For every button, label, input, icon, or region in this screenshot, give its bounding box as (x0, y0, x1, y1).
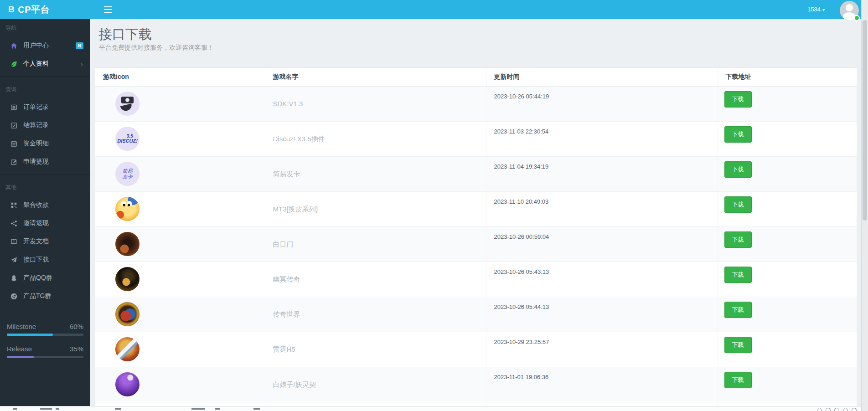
leaf-icon (10, 60, 17, 67)
balance-dropdown[interactable]: 1584▾ (807, 6, 825, 13)
download-button[interactable]: 下载 (724, 91, 752, 108)
sidebar-section: 导航 用户中心 N 个人资料 › (0, 19, 90, 77)
toolbar-icon[interactable] (826, 408, 831, 411)
qrcode-icon (10, 201, 17, 209)
sidebar-toggle-icon[interactable] (104, 6, 112, 13)
telegram-icon (10, 293, 17, 300)
text-sliver (253, 408, 260, 410)
toolbar-icon[interactable] (852, 408, 857, 411)
game-name: Discuz! X3.5插件 (273, 135, 325, 143)
sidebar-section: 查询 订单记录 结算记录 资金明细 申请提现 (0, 77, 90, 175)
download-button[interactable]: 下载 (724, 126, 752, 143)
text-sliver (40, 408, 52, 410)
download-button[interactable]: 下载 (724, 267, 752, 283)
game-artwork (115, 302, 140, 326)
sidebar-item-label: 申请提现 (23, 158, 49, 166)
scrollbar-track[interactable] (861, 0, 868, 411)
game-name: 简易发卡 (273, 170, 300, 178)
sidebar-section-label: 导航 (0, 24, 90, 32)
sidebar-item[interactable]: 产品TG群 (0, 287, 90, 305)
progress-value: 35% (70, 345, 83, 353)
game-artwork (115, 232, 140, 256)
download-table-card: 游戏icon 游戏名字 更新时间 下载地址 SDK:V1.3 2023-10-2… (95, 67, 856, 411)
game-name: 雷霆H5 (273, 345, 295, 353)
download-button[interactable]: 下载 (724, 231, 752, 248)
column-header-game-name: 游戏名字 (265, 68, 486, 87)
balance-value: 1584 (807, 6, 821, 13)
sidebar-item[interactable]: 用户中心 N (0, 36, 90, 55)
table-row: 简易发卡 简易发卡 2023-11-04 19:34:19 下载 (95, 157, 857, 192)
download-button[interactable]: 下载 (724, 161, 752, 178)
game-name: 幽冥传奇 (273, 275, 300, 283)
download-button[interactable]: 下载 (724, 337, 752, 353)
game-name: 白娘子/妖灵契 (273, 380, 316, 388)
text-sliver (56, 408, 59, 410)
cash-in-hand-icon (115, 92, 140, 116)
page-subtitle: 平台免费提供对接服务，欢迎咨询客服！ (99, 44, 856, 52)
sidebar: 导航 用户中心 N 个人资料 › 查询 订单记录 结算记录 资金明细 申请提现 … (0, 19, 90, 406)
download-button[interactable]: 下载 (724, 302, 752, 318)
progress-label: Release (7, 345, 32, 353)
scrollbar-thumb[interactable] (863, 20, 867, 221)
sidebar-item-label: 邀请返现 (23, 219, 49, 227)
download-button[interactable]: 下载 (724, 196, 752, 213)
table-header-row: 游戏icon 游戏名字 更新时间 下载地址 (95, 68, 857, 87)
text-sliver (215, 408, 220, 410)
calendar-icon (10, 140, 17, 147)
sidebar-item[interactable]: 聚合收款 (0, 196, 90, 214)
sidebar-item[interactable]: 接口下载 (0, 251, 90, 269)
table-row: 幽冥传奇 2023-10-26 05:43:13 下载 (95, 262, 857, 297)
toolbar-icon[interactable] (817, 408, 822, 411)
discuz-logo: 3.5DISCUZ! (115, 127, 140, 151)
updated-time: 2023-11-10 20:49:03 (494, 198, 549, 205)
sidebar-item-label: 用户中心 (23, 41, 49, 50)
sidebar-item[interactable]: 申请提现 (0, 153, 90, 171)
sidebar-section: 其他 聚合收款 邀请返现 开发文档 接口下载 产品QQ群 产品TG群 (0, 175, 90, 308)
check-square-icon (10, 122, 17, 129)
progress-bar (7, 356, 83, 358)
sidebar-item-label: 聚合收款 (23, 201, 49, 209)
game-artwork (115, 197, 140, 221)
chevron-down-icon: ▾ (822, 7, 825, 12)
updated-time: 2023-11-04 19:34:19 (494, 163, 549, 170)
text-sliver (13, 408, 17, 410)
sidebar-item[interactable]: 产品QQ群 (0, 269, 90, 287)
sidebar-item[interactable]: 个人资料 › (0, 55, 90, 73)
sidebar-section-label: 查询 (0, 85, 90, 93)
game-artwork (115, 267, 140, 291)
bottom-edge-strip (0, 406, 861, 411)
app-logo[interactable]: B CP平台 (0, 0, 90, 19)
text-sliver (191, 408, 205, 410)
sidebar-item[interactable]: 邀请返现 (0, 214, 90, 232)
main-content: 接口下载 平台免费提供对接服务，欢迎咨询客服！ 游戏icon 游戏名字 更新时间… (90, 19, 861, 411)
edit-square-icon (10, 158, 17, 165)
updated-time: 2023-11-03 22:30:54 (494, 128, 549, 135)
sidebar-item-label: 产品TG群 (23, 292, 51, 300)
sidebar-item-label: 产品QQ群 (23, 274, 52, 282)
book-icon (10, 238, 17, 245)
table-row: MT3[换皮系列] 2023-11-10 20:49:03 下载 (95, 192, 857, 227)
progress-value: 60% (70, 323, 83, 330)
table-row: 3.5DISCUZ! Discuz! X3.5插件 2023-11-03 22:… (95, 122, 857, 157)
updated-time: 2023-10-26 05:44:13 (494, 303, 549, 310)
text-sliver (115, 408, 121, 410)
page-title: 接口下载 (99, 26, 856, 42)
updated-time: 2023-10-26 05:44:19 (494, 93, 549, 100)
toolbar-icon[interactable] (843, 408, 848, 411)
table-row: 雷霆H5 2023-10-29 23:25:57 下载 (95, 332, 857, 367)
game-name: MT3[换皮系列] (273, 205, 318, 213)
home-icon (10, 42, 17, 49)
sidebar-item[interactable]: 开发文档 (0, 232, 90, 251)
game-name: SDK:V1.3 (273, 100, 303, 108)
sidebar-item[interactable]: 结算记录 (0, 116, 90, 134)
new-badge: N (76, 42, 83, 49)
sidebar-item[interactable]: 资金明细 (0, 134, 90, 153)
sidebar-item[interactable]: 订单记录 (0, 98, 90, 116)
toolbar-icon[interactable] (834, 408, 839, 411)
sidebar-item-label: 接口下载 (23, 256, 49, 264)
game-name: 传奇世界 (273, 310, 300, 318)
progress-block: Release 35% (7, 344, 83, 358)
download-button[interactable]: 下载 (724, 372, 752, 388)
updated-time: 2023-10-26 00:59:04 (494, 233, 549, 240)
updated-time: 2023-10-29 23:25:57 (494, 339, 549, 345)
